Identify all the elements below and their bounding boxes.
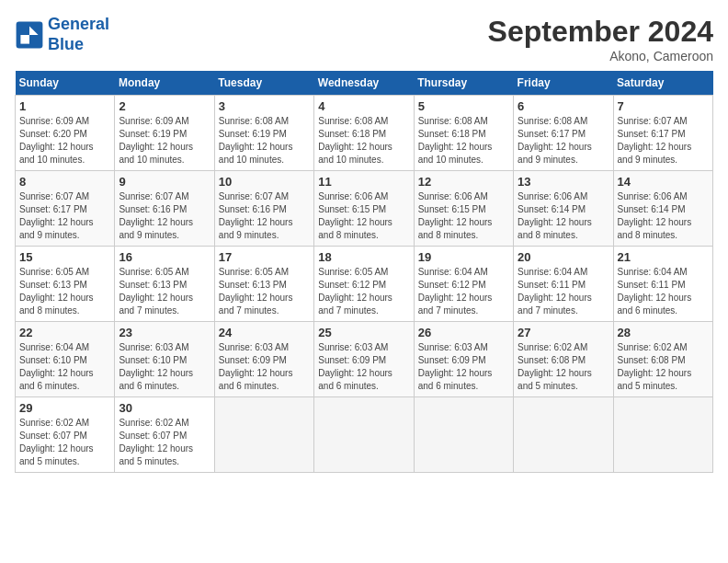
day-info: Sunrise: 6:04 AMSunset: 6:10 PMDaylight:… bbox=[19, 341, 110, 393]
table-row: 29 Sunrise: 6:02 AMSunset: 6:07 PMDaylig… bbox=[16, 397, 115, 473]
table-row: 12 Sunrise: 6:06 AMSunset: 6:15 PMDaylig… bbox=[414, 171, 513, 247]
day-info: Sunrise: 6:02 AMSunset: 6:08 PMDaylight:… bbox=[518, 341, 609, 393]
day-number: 5 bbox=[418, 99, 509, 113]
header-row: Sunday Monday Tuesday Wednesday Thursday… bbox=[16, 71, 713, 96]
day-number: 16 bbox=[119, 250, 210, 264]
calendar-table: Sunday Monday Tuesday Wednesday Thursday… bbox=[15, 71, 713, 473]
day-info: Sunrise: 6:04 AMSunset: 6:11 PMDaylight:… bbox=[618, 266, 709, 317]
table-row: 28 Sunrise: 6:02 AMSunset: 6:08 PMDaylig… bbox=[613, 322, 712, 397]
logo-icon bbox=[15, 20, 44, 50]
col-sunday: Sunday bbox=[16, 71, 115, 96]
logo-text-line1: General bbox=[48, 15, 109, 35]
day-info: Sunrise: 6:08 AMSunset: 6:18 PMDaylight:… bbox=[418, 115, 509, 167]
day-number: 11 bbox=[318, 175, 409, 189]
table-row: 13 Sunrise: 6:06 AMSunset: 6:14 PMDaylig… bbox=[514, 171, 613, 247]
svg-rect-2 bbox=[20, 35, 29, 44]
day-number: 1 bbox=[19, 99, 110, 113]
day-info: Sunrise: 6:04 AMSunset: 6:12 PMDaylight:… bbox=[418, 266, 509, 317]
table-row: 22 Sunrise: 6:04 AMSunset: 6:10 PMDaylig… bbox=[16, 322, 115, 397]
day-number: 18 bbox=[318, 250, 409, 264]
day-info: Sunrise: 6:09 AMSunset: 6:20 PMDaylight:… bbox=[19, 115, 110, 167]
logo: General Blue bbox=[15, 15, 109, 54]
calendar-week-row: 1 Sunrise: 6:09 AMSunset: 6:20 PMDayligh… bbox=[16, 96, 713, 171]
day-info: Sunrise: 6:08 AMSunset: 6:17 PMDaylight:… bbox=[518, 115, 609, 167]
day-number: 13 bbox=[518, 175, 609, 189]
day-info: Sunrise: 6:06 AMSunset: 6:14 PMDaylight:… bbox=[518, 190, 609, 242]
title-area: September 2024 Akono, Cameroon bbox=[488, 15, 713, 63]
table-row: 8 Sunrise: 6:07 AMSunset: 6:17 PMDayligh… bbox=[16, 171, 115, 247]
day-number: 4 bbox=[318, 99, 409, 113]
table-row: 30 Sunrise: 6:02 AMSunset: 6:07 PMDaylig… bbox=[115, 397, 214, 473]
table-row: 21 Sunrise: 6:04 AMSunset: 6:11 PMDaylig… bbox=[613, 247, 712, 322]
table-row: 23 Sunrise: 6:03 AMSunset: 6:10 PMDaylig… bbox=[115, 322, 214, 397]
day-number: 19 bbox=[418, 250, 509, 264]
table-row: 16 Sunrise: 6:05 AMSunset: 6:13 PMDaylig… bbox=[115, 247, 214, 322]
table-row: 26 Sunrise: 6:03 AMSunset: 6:09 PMDaylig… bbox=[414, 322, 513, 397]
day-info: Sunrise: 6:05 AMSunset: 6:13 PMDaylight:… bbox=[219, 266, 310, 317]
day-number: 7 bbox=[618, 99, 709, 113]
day-info: Sunrise: 6:03 AMSunset: 6:10 PMDaylight:… bbox=[119, 341, 210, 393]
table-row: 4 Sunrise: 6:08 AMSunset: 6:18 PMDayligh… bbox=[314, 96, 414, 171]
table-row: 2 Sunrise: 6:09 AMSunset: 6:19 PMDayligh… bbox=[115, 96, 214, 171]
calendar-week-row: 15 Sunrise: 6:05 AMSunset: 6:13 PMDaylig… bbox=[16, 247, 713, 322]
day-info: Sunrise: 6:05 AMSunset: 6:13 PMDaylight:… bbox=[19, 266, 110, 317]
day-info: Sunrise: 6:09 AMSunset: 6:19 PMDaylight:… bbox=[119, 115, 210, 167]
day-number: 28 bbox=[618, 326, 709, 339]
day-number: 12 bbox=[418, 175, 509, 189]
table-row: 15 Sunrise: 6:05 AMSunset: 6:13 PMDaylig… bbox=[16, 247, 115, 322]
day-info: Sunrise: 6:02 AMSunset: 6:08 PMDaylight:… bbox=[618, 341, 709, 393]
month-title: September 2024 bbox=[488, 15, 713, 49]
calendar-week-row: 22 Sunrise: 6:04 AMSunset: 6:10 PMDaylig… bbox=[16, 322, 713, 397]
col-saturday: Saturday bbox=[613, 71, 712, 96]
day-number: 8 bbox=[19, 175, 110, 189]
day-number: 25 bbox=[318, 326, 409, 339]
day-info: Sunrise: 6:08 AMSunset: 6:18 PMDaylight:… bbox=[318, 115, 409, 167]
calendar-week-row: 29 Sunrise: 6:02 AMSunset: 6:07 PMDaylig… bbox=[16, 397, 713, 473]
table-row: 24 Sunrise: 6:03 AMSunset: 6:09 PMDaylig… bbox=[214, 322, 313, 397]
table-row bbox=[214, 397, 313, 473]
table-row bbox=[314, 397, 414, 473]
day-number: 27 bbox=[518, 326, 609, 339]
day-number: 14 bbox=[618, 175, 709, 189]
day-info: Sunrise: 6:05 AMSunset: 6:12 PMDaylight:… bbox=[318, 266, 409, 317]
table-row bbox=[414, 397, 513, 473]
day-info: Sunrise: 6:02 AMSunset: 6:07 PMDaylight:… bbox=[119, 417, 210, 468]
day-info: Sunrise: 6:03 AMSunset: 6:09 PMDaylight:… bbox=[219, 341, 310, 393]
table-row: 25 Sunrise: 6:03 AMSunset: 6:09 PMDaylig… bbox=[314, 322, 414, 397]
col-wednesday: Wednesday bbox=[314, 71, 414, 96]
day-info: Sunrise: 6:02 AMSunset: 6:07 PMDaylight:… bbox=[19, 417, 110, 468]
day-info: Sunrise: 6:06 AMSunset: 6:15 PMDaylight:… bbox=[418, 190, 509, 242]
day-info: Sunrise: 6:08 AMSunset: 6:19 PMDaylight:… bbox=[219, 115, 310, 167]
table-row: 27 Sunrise: 6:02 AMSunset: 6:08 PMDaylig… bbox=[514, 322, 613, 397]
day-number: 2 bbox=[119, 99, 210, 113]
table-row: 6 Sunrise: 6:08 AMSunset: 6:17 PMDayligh… bbox=[514, 96, 613, 171]
day-number: 30 bbox=[119, 401, 210, 415]
table-row bbox=[514, 397, 613, 473]
day-number: 22 bbox=[19, 326, 110, 339]
day-number: 6 bbox=[518, 99, 609, 113]
col-thursday: Thursday bbox=[414, 71, 513, 96]
day-number: 21 bbox=[618, 250, 709, 264]
table-row: 18 Sunrise: 6:05 AMSunset: 6:12 PMDaylig… bbox=[314, 247, 414, 322]
day-info: Sunrise: 6:03 AMSunset: 6:09 PMDaylight:… bbox=[418, 341, 509, 393]
table-row: 9 Sunrise: 6:07 AMSunset: 6:16 PMDayligh… bbox=[115, 171, 214, 247]
day-info: Sunrise: 6:03 AMSunset: 6:09 PMDaylight:… bbox=[318, 341, 409, 393]
day-info: Sunrise: 6:07 AMSunset: 6:17 PMDaylight:… bbox=[618, 115, 709, 167]
day-info: Sunrise: 6:06 AMSunset: 6:15 PMDaylight:… bbox=[318, 190, 409, 242]
day-number: 3 bbox=[219, 99, 310, 113]
day-number: 29 bbox=[19, 401, 110, 415]
table-row: 1 Sunrise: 6:09 AMSunset: 6:20 PMDayligh… bbox=[16, 96, 115, 171]
day-info: Sunrise: 6:07 AMSunset: 6:17 PMDaylight:… bbox=[19, 190, 110, 242]
day-number: 15 bbox=[19, 250, 110, 264]
table-row bbox=[613, 397, 712, 473]
day-number: 10 bbox=[219, 175, 310, 189]
day-info: Sunrise: 6:05 AMSunset: 6:13 PMDaylight:… bbox=[119, 266, 210, 317]
table-row: 19 Sunrise: 6:04 AMSunset: 6:12 PMDaylig… bbox=[414, 247, 513, 322]
day-info: Sunrise: 6:07 AMSunset: 6:16 PMDaylight:… bbox=[119, 190, 210, 242]
table-row: 14 Sunrise: 6:06 AMSunset: 6:14 PMDaylig… bbox=[613, 171, 712, 247]
col-monday: Monday bbox=[115, 71, 214, 96]
day-info: Sunrise: 6:07 AMSunset: 6:16 PMDaylight:… bbox=[219, 190, 310, 242]
table-row: 5 Sunrise: 6:08 AMSunset: 6:18 PMDayligh… bbox=[414, 96, 513, 171]
day-info: Sunrise: 6:06 AMSunset: 6:14 PMDaylight:… bbox=[618, 190, 709, 242]
day-number: 9 bbox=[119, 175, 210, 189]
